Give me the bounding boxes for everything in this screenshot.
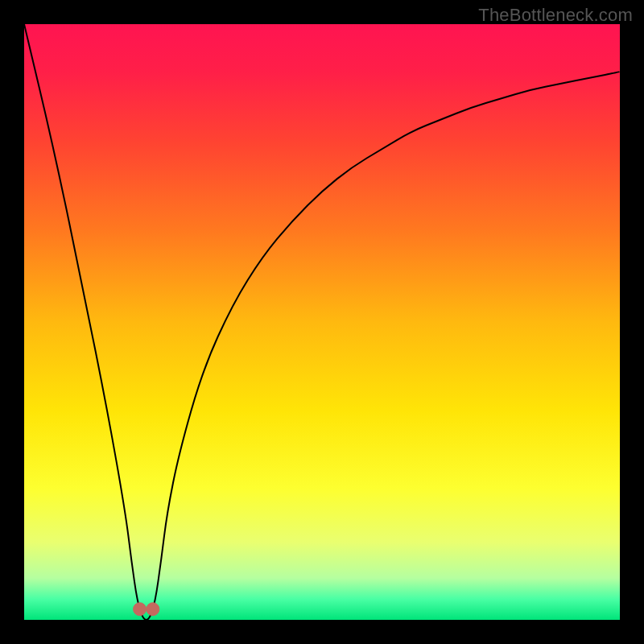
optimal-marker [134,603,147,616]
watermark-text: TheBottleneck.com [478,5,633,26]
gradient-background [24,24,620,620]
optimal-marker [147,603,159,616]
chart-container: TheBottleneck.com [0,0,644,644]
plot-area [24,24,620,620]
bottleneck-curve-chart [24,24,620,620]
